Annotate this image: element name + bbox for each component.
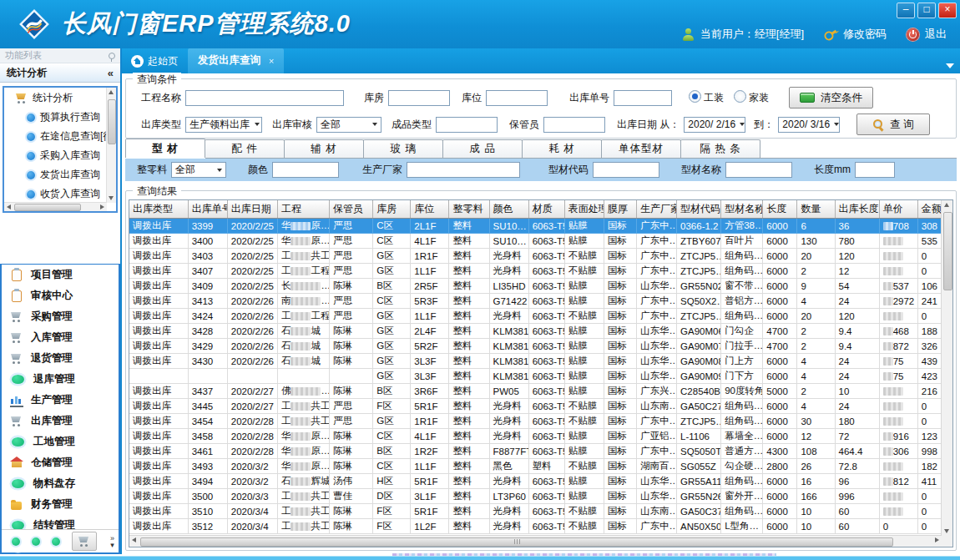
table-cell[interactable]: 山东华…: [636, 474, 676, 489]
table-cell[interactable]: 24: [835, 354, 879, 369]
table-row[interactable]: 调拨出库35122020/3/4工共工程陈琳F区1L2F整料光身料6063-T5…: [129, 519, 953, 534]
table-cell[interactable]: 6000: [763, 219, 797, 234]
table-cell[interactable]: 贴膜: [564, 354, 604, 369]
dot-icon[interactable]: [32, 537, 40, 546]
table-cell[interactable]: 贴膜: [564, 234, 604, 249]
table-cell[interactable]: 佛…: [277, 384, 329, 399]
table-cell[interactable]: 国标: [604, 309, 636, 324]
table-cell[interactable]: 3399: [188, 219, 227, 234]
table-cell[interactable]: 166: [797, 489, 835, 504]
table-cell[interactable]: GA50C27: [677, 399, 721, 414]
table-cell[interactable]: 6063-T5: [528, 234, 564, 249]
table-cell[interactable]: KLM3817: [489, 369, 528, 384]
table-cell[interactable]: GA90M06…: [677, 324, 721, 339]
table-cell[interactable]: 山东南…: [636, 399, 676, 414]
table-cell[interactable]: 30: [797, 414, 835, 429]
table-row[interactable]: 调拨出库34292020/2/26石城陈琳G区5R2F整料KLM38176063…: [129, 339, 953, 354]
dot-icon[interactable]: [12, 537, 20, 546]
table-cell[interactable]: 组角码…: [721, 249, 763, 264]
table-cell[interactable]: GA50C37: [677, 504, 721, 519]
table-row[interactable]: G区3L3F整料KLM38176063-T5贴膜国标山东华…GA90M09.门下…: [129, 369, 953, 384]
table-cell[interactable]: 4700: [763, 324, 797, 339]
table-cell[interactable]: 组角码…: [721, 264, 763, 279]
table-cell[interactable]: 百叶片: [721, 234, 763, 249]
table-cell[interactable]: 整料: [449, 489, 489, 504]
tree-vertical-scrollbar[interactable]: [106, 88, 116, 203]
table-cell[interactable]: 6000: [763, 294, 797, 309]
table-cell[interactable]: 3L1F: [411, 489, 449, 504]
table-cell[interactable]: 不贴膜: [564, 504, 604, 519]
table-cell[interactable]: 光身料: [489, 474, 528, 489]
table-cell[interactable]: 2020/3/4: [227, 519, 277, 534]
pin-icon[interactable]: [109, 53, 115, 59]
table-cell[interactable]: 严思: [330, 219, 373, 234]
table-cell[interactable]: 广东中…: [636, 519, 676, 534]
table-cell[interactable]: 2020/3/2: [227, 474, 277, 489]
warehouse-input[interactable]: [388, 90, 450, 106]
table-cell[interactable]: 916: [879, 429, 917, 444]
sidebar-item[interactable]: 审核中心: [2, 285, 119, 306]
table-cell[interactable]: 6000: [763, 234, 797, 249]
table-cell[interactable]: 整料: [449, 504, 489, 519]
column-header[interactable]: 颜色: [489, 200, 528, 219]
table-cell[interactable]: 国标: [604, 519, 636, 534]
table-cell[interactable]: 2020/2/27: [227, 384, 277, 399]
table-cell[interactable]: 9.4: [835, 339, 879, 354]
table-cell[interactable]: 光身料: [489, 309, 528, 324]
table-cell[interactable]: 普铝方…: [721, 294, 763, 309]
table-cell[interactable]: 4L1F: [411, 429, 449, 444]
table-cell[interactable]: B区: [373, 384, 411, 399]
table-cell[interactable]: 湖南百…: [636, 459, 676, 474]
table-cell[interactable]: 3445: [188, 399, 227, 414]
table-cell[interactable]: 华原…: [277, 459, 329, 474]
table-cell[interactable]: 组角码…: [721, 309, 763, 324]
table-cell[interactable]: 20: [797, 309, 835, 324]
table-cell[interactable]: 工共工程: [277, 414, 329, 429]
table-cell[interactable]: 严思: [330, 294, 373, 309]
table-cell[interactable]: 9: [797, 279, 835, 294]
table-cell[interactable]: 调拨出库: [129, 504, 188, 519]
table-cell[interactable]: 6000: [763, 414, 797, 429]
table-cell[interactable]: 6063-T5: [528, 324, 564, 339]
table-cell[interactable]: 6063-T5: [528, 504, 564, 519]
material-tab[interactable]: 耗 材: [522, 139, 602, 158]
table-cell[interactable]: 24: [835, 294, 879, 309]
table-cell[interactable]: 整料: [449, 459, 489, 474]
table-cell[interactable]: 2L1F: [411, 219, 449, 234]
table-cell[interactable]: 国标: [604, 444, 636, 459]
table-cell[interactable]: 贴膜: [564, 339, 604, 354]
table-cell[interactable]: 调拨出库: [129, 354, 188, 369]
table-cell[interactable]: G区: [373, 369, 411, 384]
table-row[interactable]: 调拨出库34092020/2/25长…陈琳B区2R5F整料LI35HD6063-…: [129, 279, 953, 294]
grid-vertical-scrollbar[interactable]: [941, 200, 952, 536]
table-cell[interactable]: 2020/2/26: [227, 294, 277, 309]
table-cell[interactable]: 5R2F: [411, 339, 449, 354]
table-cell[interactable]: 组角码…: [721, 399, 763, 414]
table-cell[interactable]: 曹佳: [330, 489, 373, 504]
table-cell[interactable]: 5000: [763, 384, 797, 399]
table-cell[interactable]: 3454: [188, 414, 227, 429]
table-cell[interactable]: ZTCJP5…: [677, 309, 721, 324]
table-cell[interactable]: 整料: [449, 354, 489, 369]
table-row[interactable]: 调拨出库34002020/2/25华原…严思C区4L1F整料SU10…6063-…: [129, 234, 953, 249]
table-cell[interactable]: 4700: [763, 339, 797, 354]
column-header[interactable]: 整零料: [449, 200, 489, 219]
table-cell[interactable]: 2R5F: [411, 279, 449, 294]
material-tab[interactable]: 成 品: [442, 139, 523, 158]
table-cell[interactable]: 4: [797, 369, 835, 384]
table-cell[interactable]: 整料: [449, 429, 489, 444]
table-row[interactable]: 调拨出库34032020/2/25工共工程严思G区1R1F整料光身料6063-T…: [129, 249, 953, 264]
table-cell[interactable]: 2: [797, 264, 835, 279]
table-cell[interactable]: [879, 489, 917, 504]
table-cell[interactable]: 3500: [188, 489, 227, 504]
table-cell[interactable]: 2020/2/26: [227, 339, 277, 354]
table-cell[interactable]: 调拨出库: [129, 309, 188, 324]
radio-gongzhuang[interactable]: 工装: [689, 90, 724, 105]
table-cell[interactable]: 16: [797, 474, 835, 489]
table-cell[interactable]: 3494: [188, 474, 227, 489]
table-cell[interactable]: 严思: [330, 414, 373, 429]
table-cell[interactable]: F区: [373, 504, 411, 519]
table-cell[interactable]: B区: [373, 279, 411, 294]
more-panels-button[interactable]: [72, 532, 97, 551]
table-cell[interactable]: 方管38…: [721, 219, 763, 234]
